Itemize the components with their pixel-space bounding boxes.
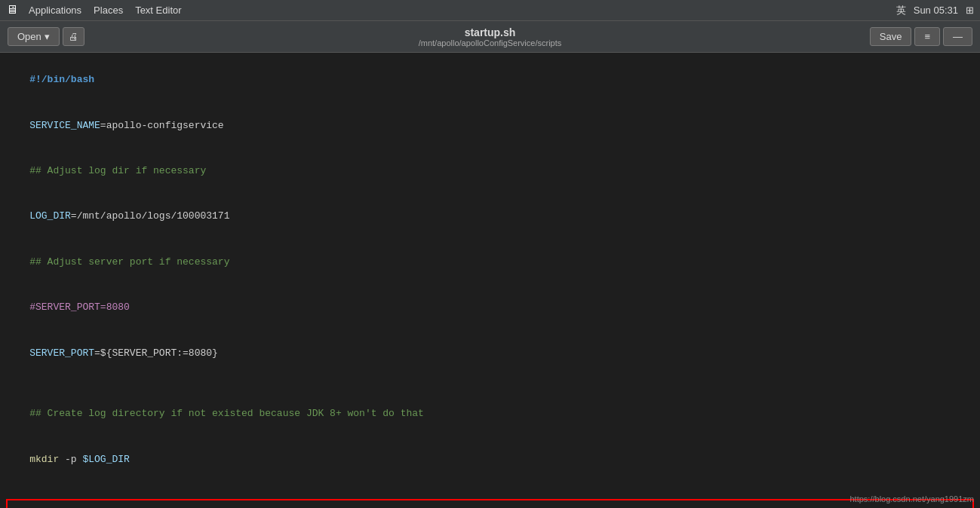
network-icon: ⊞ [966,5,974,16]
code-line-5: ## Adjust server port if necessary [6,240,974,285]
code-line-6: #SERVER_PORT=8080 [6,285,974,330]
file-title: startup.sh [419,26,562,38]
locale-label: 英 [896,4,906,17]
toolbar: Open ▾ 🖨 startup.sh /mnt/apollo/apolloCo… [0,21,980,53]
file-path: /mnt/apollo/apolloConfigService/scripts [419,38,562,47]
menu-applications[interactable]: Applications [23,3,88,17]
menu-text-editor[interactable]: Text Editor [129,3,187,17]
save-button[interactable]: Save [870,27,912,46]
app-icon: 🖥 [6,3,18,17]
menu-places[interactable]: Places [88,3,129,17]
code-line-12: ## Adjust memory settings if necessary [8,502,972,508]
code-line-10: mkdir -p $LOG_DIR [6,437,974,482]
code-editor[interactable]: #!/bin/bash SERVICE_NAME=apollo-configse… [0,53,980,508]
file-info: startup.sh /mnt/apollo/apolloConfigServi… [419,26,562,47]
open-button[interactable]: Open ▾ [8,27,60,46]
code-line-9: ## Create log directory if not existed b… [6,391,974,436]
code-line-1: #!/bin/bash [6,57,974,103]
code-line-11 [6,482,974,497]
code-line-2: SERVICE_NAME=apollo-configservice [6,103,974,148]
clock: Sun 05:31 [914,5,958,16]
highlight-region: ## Adjust memory settings if necessary #… [6,499,974,508]
code-line-7: SERVER_PORT=${SERVER_PORT:=8080} [6,331,974,376]
code-line-4: LOG_DIR=/mnt/apollo/logs/100003171 [6,194,974,239]
code-line-3: ## Adjust log dir if necessary [6,148,974,194]
code-line-8 [6,376,974,391]
menubar: 🖥 Applications Places Text Editor 英 Sun … [0,0,980,21]
watermark: https://blog.csdn.net/yang1991zm [850,494,975,503]
open-label: Open [17,31,41,42]
open-dropdown-icon: ▾ [45,31,50,42]
menu-button[interactable]: ≡ [914,27,940,46]
minimize-button[interactable]: — [943,27,972,46]
print-button[interactable]: 🖨 [63,27,84,46]
